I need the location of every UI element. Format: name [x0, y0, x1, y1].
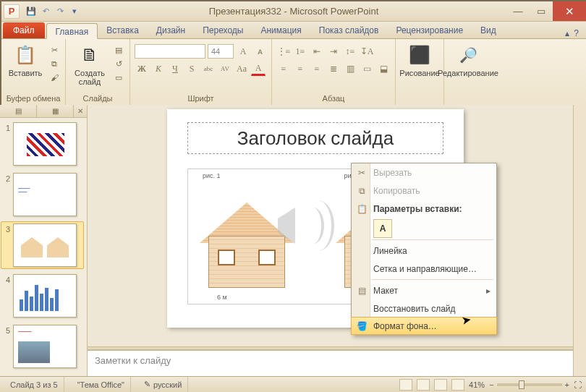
figure-label: рис. 1: [203, 172, 221, 179]
drawing-button[interactable]: ⬛ Рисование: [400, 41, 439, 79]
smartart-icon[interactable]: ⬓: [376, 61, 391, 76]
font-color-button[interactable]: A: [251, 61, 266, 76]
tab-design[interactable]: Дизайн: [148, 22, 194, 38]
slideshow-view-button[interactable]: [451, 379, 464, 391]
align-right-icon[interactable]: ≡: [310, 61, 324, 76]
format-painter-icon[interactable]: 🖌: [48, 72, 61, 83]
cut-icon[interactable]: ✂: [48, 44, 61, 56]
bold-button[interactable]: Ж: [135, 61, 149, 76]
audio-icon[interactable]: [272, 196, 337, 261]
slide-thumb[interactable]: 3: [1, 221, 84, 269]
strike-button[interactable]: S: [184, 61, 199, 76]
fit-window-icon[interactable]: ⛶: [574, 380, 582, 389]
menu-cut[interactable]: ✂Вырезать: [352, 163, 496, 182]
zoom-percent[interactable]: 41%: [469, 380, 485, 389]
sorter-view-button[interactable]: [417, 379, 430, 391]
slide-thumb[interactable]: 2 ━━━━━━━━━━━━━━: [3, 173, 84, 216]
menu-reset-slide[interactable]: Восстановить слайд: [352, 299, 496, 318]
paste-icon: 📋: [355, 204, 368, 214]
normal-view-button[interactable]: [399, 379, 412, 391]
zoom-in-icon[interactable]: +: [565, 380, 569, 389]
shadow-button[interactable]: abc: [201, 61, 216, 76]
notes-pane[interactable]: Заметки к слайду: [88, 350, 573, 376]
align-left-icon[interactable]: ≡: [276, 61, 291, 76]
vertical-scrollbar[interactable]: [573, 105, 586, 376]
save-icon[interactable]: 💾: [25, 5, 38, 18]
change-case-button[interactable]: Aa: [234, 61, 249, 76]
menu-copy[interactable]: ⧉Копировать: [352, 182, 496, 200]
redo-icon[interactable]: ↷: [54, 5, 67, 18]
find-icon: 🔎: [456, 43, 480, 67]
context-menu: ✂Вырезать ⧉Копировать 📋Параметры вставки…: [351, 163, 497, 335]
shapes-icon: ⬛: [407, 43, 432, 67]
status-language[interactable]: ✎русский: [138, 377, 188, 392]
copy-icon: ⧉: [355, 186, 368, 196]
outline-tab-icon[interactable]: ▤: [1, 105, 37, 117]
zoom-slider[interactable]: − +: [489, 380, 569, 389]
slide-thumb[interactable]: 5 ━━━━━━━━━: [3, 325, 84, 368]
line-spacing-icon[interactable]: ↕≡: [343, 44, 357, 59]
qat-more-icon[interactable]: ▾: [68, 5, 81, 18]
dedent-icon[interactable]: ⇤: [310, 44, 324, 59]
maximize-button[interactable]: ▭: [530, 1, 553, 21]
font-size-combo[interactable]: 44: [208, 44, 234, 59]
group-label: Буфер обмена: [7, 93, 61, 105]
new-slide-icon: 🗎: [77, 43, 102, 67]
columns-icon[interactable]: ▥: [343, 61, 357, 76]
shrink-font-icon[interactable]: ᴀ: [252, 44, 267, 59]
tab-slideshow[interactable]: Показ слайдов: [310, 22, 388, 38]
layout-icon[interactable]: ▤: [112, 44, 125, 56]
align-text-icon[interactable]: ▭: [360, 61, 374, 76]
undo-icon[interactable]: ↶: [39, 5, 52, 18]
editing-button[interactable]: 🔎 Редактирование: [449, 41, 488, 79]
numbering-icon[interactable]: 1≡: [293, 44, 307, 59]
close-button[interactable]: ✕: [553, 1, 586, 21]
font-family-combo[interactable]: [135, 44, 205, 59]
slide-thumb[interactable]: 4: [3, 274, 84, 318]
tab-view[interactable]: Вид: [472, 22, 505, 38]
menu-format-background[interactable]: 🪣Формат фона…: [351, 317, 497, 335]
group-font: 44 A ᴀ Ж К Ч S abc AV Aa A Шрифт: [130, 39, 272, 105]
align-center-icon[interactable]: ≡: [293, 61, 307, 76]
tab-file[interactable]: Файл: [3, 22, 45, 38]
dimension-label: 6 м: [217, 294, 227, 301]
new-slide-button[interactable]: 🗎 Создать слайд: [70, 41, 109, 88]
reset-icon[interactable]: ↺: [112, 58, 125, 69]
underline-button[interactable]: Ч: [168, 61, 182, 76]
reading-view-button[interactable]: [434, 379, 447, 391]
bullets-icon[interactable]: ⋮≡: [276, 44, 291, 59]
menu-layout[interactable]: ▤Макет▸: [352, 281, 496, 299]
tab-review[interactable]: Рецензирование: [387, 22, 472, 38]
tab-home[interactable]: Главная: [46, 23, 98, 39]
indent-icon[interactable]: ⇥: [326, 44, 341, 59]
zoom-out-icon[interactable]: −: [489, 380, 493, 389]
grow-font-icon[interactable]: A: [236, 44, 250, 59]
justify-icon[interactable]: ≣: [326, 61, 341, 76]
copy-icon[interactable]: ⧉: [48, 58, 61, 69]
slide-title-placeholder[interactable]: Заголовок слайда: [187, 122, 443, 154]
paste-button[interactable]: 📋 Вставить: [6, 41, 45, 79]
section-icon[interactable]: ▭: [112, 72, 125, 83]
layout-icon: ▤: [355, 286, 368, 296]
group-label: Абзац: [323, 93, 345, 105]
slide-editor[interactable]: Заголовок слайда рис. 1 рис. 2 6 м Замет…: [88, 105, 573, 376]
slide-panel: ▤ ▦ ✕ 1 2 ━━━━━━━━━━━━━━ 3 4: [1, 105, 88, 376]
text-direction-icon[interactable]: ↧A: [360, 44, 374, 59]
close-panel-icon[interactable]: ✕: [74, 105, 87, 117]
paste-option-keep-text[interactable]: A: [373, 219, 392, 238]
group-paragraph: ⋮≡ 1≡ ⇤ ⇥ ↕≡ ↧A ≡ ≡ ≡ ≣ ▥ ▭ ⬓ Абзац: [272, 39, 396, 105]
menu-paste-options: 📋Параметры вставки:: [352, 200, 496, 218]
slide-thumb[interactable]: 1: [3, 122, 84, 166]
help-icon[interactable]: ?: [574, 28, 579, 38]
tab-insert[interactable]: Вставка: [98, 22, 148, 38]
char-spacing-button[interactable]: AV: [218, 61, 232, 76]
italic-button[interactable]: К: [151, 61, 166, 76]
menu-grid[interactable]: Сетка и направляющие…: [352, 260, 496, 278]
minimize-button[interactable]: —: [506, 1, 530, 21]
collapse-ribbon-icon[interactable]: ▴: [565, 28, 569, 38]
slides-tab-icon[interactable]: ▦: [37, 105, 74, 117]
tab-animations[interactable]: Анимация: [252, 22, 310, 38]
tab-transitions[interactable]: Переходы: [194, 22, 252, 38]
menu-ruler[interactable]: Линейка: [352, 242, 496, 260]
clipboard-icon: 📋: [13, 43, 38, 67]
